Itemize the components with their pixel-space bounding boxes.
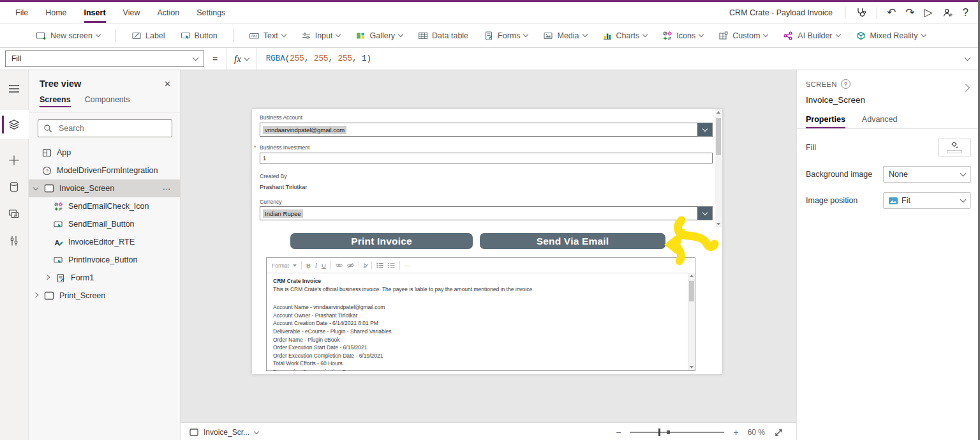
format-dropdown[interactable]: Format — [272, 262, 297, 269]
ribbon-input[interactable]: Input — [301, 31, 341, 41]
redo-icon[interactable]: ↷ — [905, 7, 914, 18]
tree-item-sendemail-button[interactable]: SendEmail_Button — [29, 215, 180, 233]
close-icon[interactable] — [164, 79, 171, 89]
rail-tree-view-icon[interactable] — [0, 110, 29, 139]
tree-item-invoice-screen[interactable]: Invoice_Screen — [29, 179, 180, 197]
fit-to-window-icon[interactable] — [774, 428, 783, 437]
tree-item-printinvoice-button[interactable]: PrintInvoice_Button — [29, 251, 180, 269]
tab-components[interactable]: Components — [85, 95, 130, 107]
rail-advanced-tools-icon[interactable] — [0, 227, 29, 254]
dropdown-chevron-button[interactable] — [697, 123, 712, 136]
invoice-rich-text-editor[interactable]: Format B I U b ⋯ — [266, 257, 695, 371]
rte-content[interactable]: CRM Crate Invoice This is CRM Crate's of… — [267, 273, 695, 370]
fx-selector[interactable]: fx — [226, 48, 257, 70]
menu-file[interactable]: File — [15, 2, 28, 23]
scroll-up-icon[interactable] — [716, 111, 720, 114]
property-selector[interactable]: Fill — [5, 50, 204, 67]
numbered-list-icon[interactable] — [388, 262, 395, 268]
scrollbar-thumb[interactable] — [716, 118, 721, 155]
fill-color-picker-button[interactable] — [938, 139, 971, 156]
menu-home[interactable]: Home — [45, 2, 66, 23]
preview-play-icon[interactable]: ▷ — [924, 7, 932, 18]
divider — [359, 261, 359, 269]
tab-properties[interactable]: Properties — [806, 115, 845, 128]
tab-advanced[interactable]: Advanced — [862, 115, 898, 128]
bold-button[interactable]: B — [306, 262, 311, 269]
tree-search[interactable] — [38, 119, 172, 137]
more-options-icon[interactable]: ⋯ — [405, 262, 410, 269]
app-canvas[interactable]: Business Account vrindaarvindpatel@gmail… — [252, 109, 722, 374]
ribbon-label[interactable]: Label — [131, 31, 165, 41]
ribbon-custom[interactable]: Custom — [718, 31, 768, 41]
app-checker-icon[interactable] — [855, 7, 867, 18]
ribbon-text[interactable]: Abc Text — [249, 31, 286, 41]
currency-dropdown[interactable]: Indian Rupee — [260, 206, 713, 220]
scrollbar-thumb[interactable] — [689, 281, 694, 301]
business-investment-input[interactable]: 1 — [260, 153, 713, 163]
required-marker: * — [254, 144, 256, 151]
scroll-up-icon[interactable] — [690, 275, 694, 277]
ribbon-mixed-reality[interactable]: Mixed Reality — [856, 31, 926, 41]
menu-action[interactable]: Action — [157, 2, 179, 23]
italic-button[interactable]: I — [315, 262, 317, 269]
ribbon-ai-builder[interactable]: AI Builder — [783, 31, 840, 41]
scroll-down-icon[interactable] — [716, 223, 720, 225]
divider — [115, 29, 116, 42]
rte-line: Order Name - Plugin eBook — [273, 336, 686, 344]
unlink-icon[interactable] — [347, 262, 354, 268]
menu-view[interactable]: View — [123, 2, 140, 23]
chevron-right-icon[interactable] — [33, 292, 38, 297]
hamburger-menu-icon[interactable] — [0, 75, 29, 102]
help-icon[interactable]: ? — [963, 7, 969, 18]
background-image-dropdown[interactable]: None — [883, 166, 971, 183]
tab-screens[interactable]: Screens — [40, 95, 71, 107]
item-options-icon[interactable] — [163, 184, 172, 193]
dropdown-chevron-button[interactable] — [697, 207, 712, 220]
menu-insert[interactable]: Insert — [84, 2, 106, 23]
ribbon-button[interactable]: Button — [181, 31, 218, 41]
send-via-email-button[interactable]: Send Via Email — [480, 233, 665, 249]
chevron-right-icon[interactable] — [45, 274, 50, 279]
screen-selector[interactable]: Invoice_Scr... — [189, 428, 258, 437]
menu-settings[interactable]: Settings — [197, 2, 225, 23]
tree-item-modeldrivenformintegration[interactable]: ? ModelDrivenFormIntegration — [29, 162, 180, 179]
form-scrollbar[interactable] — [715, 109, 722, 227]
tree-item-app[interactable]: App — [29, 144, 180, 162]
zoom-in-icon[interactable]: + — [733, 427, 738, 437]
zoom-percentage[interactable]: 60 % — [748, 428, 765, 437]
share-icon[interactable] — [942, 8, 953, 18]
ribbon-forms[interactable]: Forms — [484, 31, 528, 41]
print-invoice-button[interactable]: Print Invoice — [290, 233, 473, 249]
ribbon-media[interactable]: Media — [543, 31, 586, 41]
tree-item-print-screen[interactable]: Print_Screen — [29, 287, 180, 305]
image-position-dropdown[interactable]: Fit — [883, 192, 971, 209]
zoom-out-icon[interactable]: − — [616, 427, 621, 437]
tree-item-invoiceeditor-rte[interactable]: A InvoiceEditor_RTE — [29, 233, 180, 251]
rail-insert-icon[interactable] — [0, 147, 29, 174]
help-circle-icon[interactable] — [841, 79, 850, 89]
ribbon-new-screen[interactable]: New screen — [36, 31, 100, 41]
tree-item-sendemailcheck-icon[interactable]: SendEmailCheck_Icon — [29, 197, 180, 215]
formula-input[interactable]: RGBA(255, 255, 255, 1) — [266, 54, 371, 63]
tree-item-form1[interactable]: Form1 — [29, 269, 180, 287]
ribbon-data-table[interactable]: Data table — [418, 31, 468, 41]
panel-expand-icon[interactable] — [963, 82, 969, 93]
underline-button[interactable]: U — [322, 262, 326, 269]
scroll-down-icon[interactable] — [690, 366, 694, 368]
rte-scrollbar[interactable] — [688, 273, 695, 370]
business-account-dropdown[interactable]: vrindaarvindpatel@gmail.com — [260, 123, 713, 137]
ribbon-gallery[interactable]: Gallery — [355, 31, 403, 41]
ribbon-charts[interactable]: Charts — [602, 31, 648, 41]
ribbon-icons[interactable]: Icons — [662, 31, 703, 41]
formula-expand-icon[interactable] — [965, 55, 971, 61]
link-icon[interactable] — [336, 262, 343, 268]
chevron-down-icon[interactable] — [33, 185, 38, 190]
clear-format-icon[interactable]: b — [364, 262, 367, 269]
bullet-list-icon[interactable] — [376, 262, 383, 268]
rail-media-icon[interactable] — [0, 201, 29, 227]
search-input[interactable] — [57, 123, 162, 133]
zoom-slider[interactable] — [630, 432, 724, 433]
rail-data-icon[interactable] — [0, 174, 29, 201]
undo-icon[interactable]: ↶ — [887, 7, 896, 18]
zoom-slider-handle[interactable] — [658, 429, 660, 436]
